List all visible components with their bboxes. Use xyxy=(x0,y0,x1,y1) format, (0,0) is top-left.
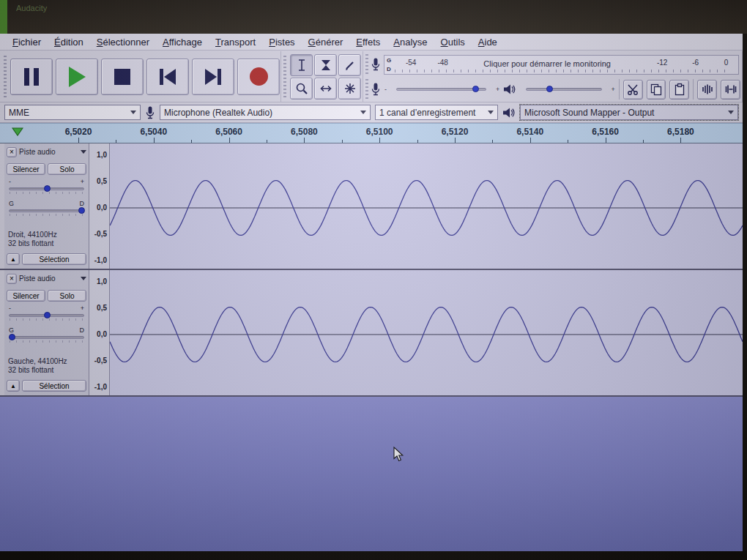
menu-outils[interactable]: Outils xyxy=(434,34,472,49)
gain-thumb[interactable] xyxy=(44,185,51,192)
double-arrow-icon xyxy=(319,81,333,96)
vertical-scale-ruler[interactable]: 1,0 0,5 0,0 -0,5 -1,0 xyxy=(89,143,110,269)
pan-right-label: D xyxy=(80,200,85,207)
clipboard-icon xyxy=(673,83,686,96)
collapse-track-button[interactable]: ▲ xyxy=(7,380,20,392)
track-close-button[interactable]: × xyxy=(7,147,17,157)
mouse-cursor xyxy=(393,447,404,463)
toolbar-grip[interactable] xyxy=(4,56,7,98)
zoom-tool-button[interactable] xyxy=(290,78,313,100)
timeline-label: 6,5080 xyxy=(275,127,333,137)
sine-waveform xyxy=(110,270,743,397)
speaker-icon xyxy=(503,83,516,96)
toolbar-grip[interactable] xyxy=(365,54,368,75)
record-icon xyxy=(250,67,268,86)
menu-edition[interactable]: Édition xyxy=(48,34,90,49)
menu-affichage[interactable]: Affichage xyxy=(156,34,209,49)
gain-thumb[interactable] xyxy=(44,312,51,318)
playhead-triangle-icon[interactable] xyxy=(12,127,23,136)
track-title[interactable]: Piste audio xyxy=(19,275,78,283)
audio-host-select[interactable]: MME xyxy=(4,105,141,120)
multi-tool-button[interactable] xyxy=(338,78,361,100)
recording-meter[interactable]: G D -54 -48 Cliquer pour démarrer le mon… xyxy=(384,55,739,75)
scale-label: 0,5 xyxy=(89,304,107,312)
toolbar-grip[interactable] xyxy=(365,79,368,100)
stop-button[interactable] xyxy=(101,59,144,95)
record-button[interactable] xyxy=(237,59,280,95)
pan-thumb[interactable] xyxy=(78,207,85,214)
waveform-display[interactable] xyxy=(110,270,743,395)
play-icon xyxy=(69,67,86,87)
scale-label: -1,0 xyxy=(89,383,107,391)
chevron-down-icon xyxy=(488,111,494,114)
paste-button[interactable] xyxy=(669,80,689,100)
timeline-tick xyxy=(304,138,305,143)
mute-button[interactable]: Silencer xyxy=(7,290,45,302)
draw-tool-button[interactable] xyxy=(338,54,361,76)
select-track-button[interactable]: Sélection xyxy=(22,253,86,265)
menu-effets[interactable]: Effets xyxy=(349,34,387,49)
pan-slider[interactable]: G D xyxy=(7,326,86,344)
pan-thumb[interactable] xyxy=(9,334,15,340)
recording-volume-slider[interactable] xyxy=(390,83,492,95)
mute-button[interactable]: Silencer xyxy=(7,163,45,175)
time-shift-tool-button[interactable] xyxy=(314,78,337,100)
copy-icon xyxy=(650,83,663,96)
playback-volume-thumb[interactable] xyxy=(546,86,553,92)
menu-selectionner[interactable]: Sélectionner xyxy=(90,34,156,49)
track-control-panel: × Piste audio Silencer Solo - + G D xyxy=(4,270,89,395)
playback-device-select[interactable]: Microsoft Sound Mapper - Output xyxy=(520,105,738,120)
waveform-display[interactable] xyxy=(110,143,743,269)
recording-device-select[interactable]: Microphone (Realtek Audio) xyxy=(160,105,371,120)
collapse-track-button[interactable]: ▲ xyxy=(7,253,20,265)
selection-tool-button[interactable] xyxy=(290,54,313,76)
pan-slider[interactable]: G D xyxy=(7,200,86,217)
chevron-down-icon xyxy=(360,111,366,114)
select-track-button[interactable]: Sélection xyxy=(22,380,86,392)
meter-tick-label: 0 xyxy=(724,59,729,67)
copy-button[interactable] xyxy=(647,80,666,100)
menu-aide[interactable]: Aide xyxy=(472,34,504,49)
gain-slider[interactable]: - + xyxy=(7,305,86,322)
skip-to-start-button[interactable] xyxy=(146,59,189,95)
scale-label: -0,5 xyxy=(89,356,107,365)
stop-icon xyxy=(114,69,130,85)
timeline-tick xyxy=(417,140,418,143)
cut-button[interactable] xyxy=(623,80,643,100)
timeline-label: 6,5060 xyxy=(200,127,259,137)
recording-volume-thumb[interactable] xyxy=(472,86,479,92)
menu-bar: Fichier Édition Sélectionner Affichage T… xyxy=(0,34,743,51)
toolbar-separator xyxy=(619,79,620,100)
toolbar-grip[interactable] xyxy=(283,56,286,98)
timeline-ruler[interactable]: 6,50206,50406,50606,50806,51006,51206,51… xyxy=(0,123,743,143)
playback-volume-slider[interactable] xyxy=(520,83,607,95)
gain-max-label: + xyxy=(81,305,84,312)
envelope-icon xyxy=(319,58,333,72)
skip-to-end-icon xyxy=(205,69,221,85)
track-menu-chevron-icon[interactable] xyxy=(81,277,86,280)
menu-fichier[interactable]: Fichier xyxy=(6,34,48,49)
play-button[interactable] xyxy=(56,59,98,95)
microphone-icon xyxy=(371,81,381,97)
timeline-label: 6,5160 xyxy=(576,127,635,137)
menu-transport[interactable]: Transport xyxy=(209,34,262,49)
timeline-tick xyxy=(568,140,568,143)
menu-pistes[interactable]: Pistes xyxy=(262,34,301,49)
timeline-tick xyxy=(229,138,230,143)
pause-button[interactable] xyxy=(10,59,53,95)
record-slider-max: + xyxy=(496,86,499,93)
track-title[interactable]: Piste audio xyxy=(19,148,78,156)
track-close-button[interactable]: × xyxy=(7,274,17,284)
track-menu-chevron-icon[interactable] xyxy=(81,150,86,154)
menu-analyse[interactable]: Analyse xyxy=(387,34,434,49)
silence-selection-button[interactable] xyxy=(721,80,740,100)
solo-button[interactable]: Solo xyxy=(48,290,86,302)
solo-button[interactable]: Solo xyxy=(48,163,86,175)
envelope-tool-button[interactable] xyxy=(314,54,337,76)
menu-generer[interactable]: Générer xyxy=(302,34,350,49)
trim-outside-selection-button[interactable] xyxy=(697,80,717,100)
skip-to-end-button[interactable] xyxy=(192,59,234,95)
gain-slider[interactable]: - + xyxy=(7,178,86,195)
vertical-scale-ruler[interactable]: 1,0 0,5 0,0 -0,5 -1,0 xyxy=(89,270,110,395)
recording-channels-select[interactable]: 1 canal d’enregistrement xyxy=(375,105,498,120)
